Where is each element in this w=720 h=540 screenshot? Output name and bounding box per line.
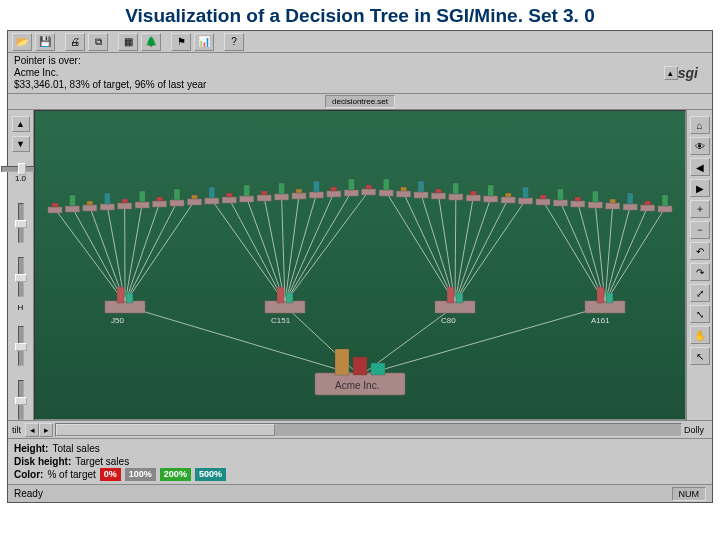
disk-icon: 💾 xyxy=(39,36,51,47)
slider-thumb[interactable] xyxy=(15,397,27,405)
svg-rect-111 xyxy=(662,195,668,206)
svg-rect-98 xyxy=(553,200,567,206)
rotate-left-button[interactable]: ↶ xyxy=(690,242,710,260)
svg-rect-104 xyxy=(606,203,620,209)
leaf-node[interactable] xyxy=(309,181,323,198)
view-button[interactable]: 👁 xyxy=(690,137,710,155)
leaf-node[interactable] xyxy=(344,179,358,196)
leaf-node[interactable] xyxy=(65,195,79,212)
grab-button[interactable]: ✋ xyxy=(690,326,710,344)
move-left-button[interactable]: ◀ xyxy=(690,158,710,176)
zoom-out-button[interactable]: － xyxy=(690,221,710,239)
leaf-node[interactable] xyxy=(222,193,236,203)
nav-down[interactable]: ▼ xyxy=(12,136,30,152)
leaf-node[interactable] xyxy=(275,183,289,200)
leaf-node[interactable] xyxy=(588,191,602,208)
leaf-node[interactable] xyxy=(641,201,655,211)
viz-canvas[interactable]: J50 C151 C80 A161 Acme Inc. xyxy=(34,110,686,420)
help-icon: ? xyxy=(231,36,237,47)
leaf-node[interactable] xyxy=(484,185,498,202)
pointer-node-detail: $33,346.01, 83% of target, 96% of last y… xyxy=(14,79,660,91)
collapse-button[interactable]: ⤡ xyxy=(690,305,710,323)
leaf-node[interactable] xyxy=(135,191,149,208)
svg-rect-71 xyxy=(313,181,319,192)
save-button[interactable]: 💾 xyxy=(35,33,55,51)
height-slider-1[interactable] xyxy=(18,203,24,243)
leaf-node[interactable] xyxy=(362,185,376,195)
leaf-node[interactable] xyxy=(519,187,533,204)
open-button[interactable]: 📂 xyxy=(12,33,32,51)
path-button[interactable]: decisiontree.set xyxy=(325,95,395,108)
svg-rect-77 xyxy=(366,185,372,189)
leaf-node[interactable] xyxy=(170,189,184,206)
home-button[interactable]: ⌂ xyxy=(690,116,710,134)
leaf-node[interactable] xyxy=(100,193,114,210)
expand-button[interactable]: ⤢ xyxy=(690,284,710,302)
height-slider-4[interactable] xyxy=(18,380,24,420)
print-button[interactable]: 🖨 xyxy=(65,33,85,51)
leaf-node[interactable] xyxy=(466,191,480,201)
leaf-node[interactable] xyxy=(553,189,567,206)
rotate-right-button[interactable]: ↷ xyxy=(690,263,710,281)
svg-rect-40 xyxy=(48,207,62,213)
leaf-node[interactable] xyxy=(623,193,637,210)
leaf-node[interactable] xyxy=(658,195,672,212)
grid-button[interactable]: ▦ xyxy=(118,33,138,51)
leaf-node[interactable] xyxy=(83,201,97,211)
svg-rect-100 xyxy=(571,201,585,207)
root-node[interactable]: Acme Inc. xyxy=(315,349,405,395)
leaf-node[interactable] xyxy=(379,179,393,196)
leaf-node[interactable] xyxy=(606,199,620,209)
leaf-node[interactable] xyxy=(536,195,550,205)
slider-thumb[interactable] xyxy=(15,343,27,351)
leaf-node[interactable] xyxy=(501,193,515,203)
move-right-button[interactable]: ▶ xyxy=(690,179,710,197)
svg-rect-103 xyxy=(592,191,598,202)
svg-rect-105 xyxy=(610,199,616,203)
rotate-right-icon: ↷ xyxy=(696,267,704,278)
leaf-node[interactable] xyxy=(205,187,219,204)
svg-rect-85 xyxy=(435,189,441,193)
slider-thumb[interactable] xyxy=(18,163,26,175)
height-slider-3[interactable] xyxy=(18,326,24,366)
leaf-node[interactable] xyxy=(414,181,428,198)
leaf-node[interactable] xyxy=(240,185,254,202)
svg-rect-52 xyxy=(153,201,167,207)
svg-rect-122 xyxy=(456,293,463,303)
hscroll-right[interactable]: ▸ xyxy=(39,423,53,437)
leaf-node[interactable] xyxy=(449,183,463,200)
help-button[interactable]: ? xyxy=(224,33,244,51)
leaf-node[interactable] xyxy=(153,197,167,207)
leaf-node[interactable] xyxy=(292,189,306,199)
mid-node[interactable]: A161 xyxy=(585,287,625,325)
zoom-in-button[interactable]: ＋ xyxy=(690,200,710,218)
flag-button[interactable]: ⚑ xyxy=(171,33,191,51)
hscroll-thumb[interactable] xyxy=(56,424,275,436)
svg-line-11 xyxy=(125,202,177,303)
leaf-node[interactable] xyxy=(48,203,62,213)
chart-button[interactable]: 📊 xyxy=(194,33,214,51)
folder-icon: 📂 xyxy=(16,36,28,47)
leaf-node[interactable] xyxy=(327,187,341,197)
slider-thumb[interactable] xyxy=(15,220,27,228)
copy-button[interactable]: ⧉ xyxy=(88,33,108,51)
slider-thumb[interactable] xyxy=(15,274,27,282)
leaf-node[interactable] xyxy=(397,187,411,197)
leaf-node[interactable] xyxy=(571,197,585,207)
leaf-node[interactable] xyxy=(257,191,271,201)
info-scroll-up[interactable]: ▴ xyxy=(664,66,678,80)
chart-icon: 📊 xyxy=(198,36,210,47)
nav-up[interactable]: ▲ xyxy=(12,116,30,132)
hscroll-track[interactable] xyxy=(55,423,682,437)
svg-line-0 xyxy=(125,306,360,376)
select-button[interactable]: ↖ xyxy=(690,347,710,365)
height-label: H xyxy=(18,303,24,312)
leaf-node[interactable] xyxy=(187,195,201,205)
height-slider-2[interactable] xyxy=(18,257,24,297)
leaf-node[interactable] xyxy=(431,189,445,199)
leaf-node[interactable] xyxy=(118,199,132,209)
legend-color-label: Color: xyxy=(14,468,43,481)
tree-button[interactable]: 🌲 xyxy=(141,33,161,51)
hscroll-left[interactable]: ◂ xyxy=(25,423,39,437)
svg-rect-99 xyxy=(557,189,563,200)
